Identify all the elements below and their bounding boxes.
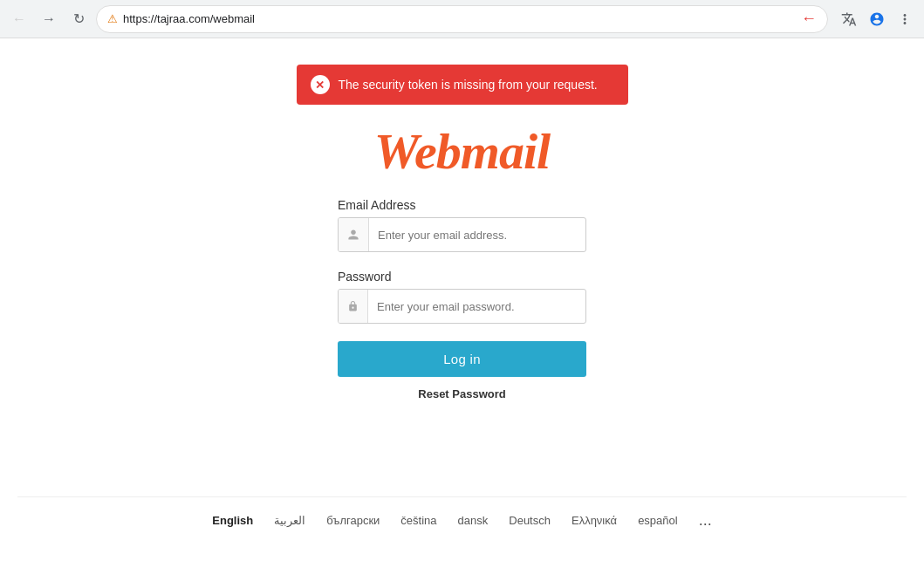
translate-button[interactable] — [837, 7, 861, 31]
address-bar[interactable]: ⚠ https://tajraa.com/webmail ← — [96, 5, 828, 33]
reload-button[interactable]: ↻ — [66, 7, 91, 31]
lang-greek[interactable]: Ελληνικά — [572, 514, 617, 527]
lang-arabic[interactable]: العربية — [274, 514, 305, 527]
security-warning-icon: ⚠ — [107, 12, 118, 25]
reset-password-link[interactable]: Reset Password — [338, 387, 586, 400]
profile-button[interactable] — [865, 7, 889, 31]
arrow-indicator: ← — [801, 10, 817, 28]
languages-more-button[interactable]: ... — [699, 511, 712, 530]
error-alert: ✕ The security token is missing from you… — [297, 65, 628, 105]
email-label: Email Address — [338, 198, 586, 212]
lock-icon — [339, 290, 368, 323]
user-icon — [339, 218, 369, 251]
password-section: Password — [338, 270, 586, 338]
lang-spanish[interactable]: español — [638, 514, 678, 527]
extensions-menu-button[interactable] — [893, 7, 917, 31]
lang-czech[interactable]: čeština — [400, 514, 436, 527]
url-text: https://tajraa.com/webmail — [123, 12, 796, 25]
lang-danish[interactable]: dansk — [458, 514, 489, 527]
lang-bulgarian[interactable]: български — [326, 514, 380, 527]
password-input-wrap — [338, 289, 586, 324]
alert-error-message: The security token is missing from your … — [339, 78, 598, 92]
password-input[interactable] — [368, 293, 585, 320]
lang-german[interactable]: Deutsch — [509, 514, 551, 527]
login-button[interactable]: Log in — [338, 341, 586, 377]
browser-action-buttons — [837, 7, 917, 31]
forward-button[interactable]: → — [37, 7, 61, 31]
alert-error-icon: ✕ — [311, 75, 330, 94]
back-button[interactable]: ← — [7, 7, 31, 31]
page-content: ✕ The security token is missing from you… — [0, 38, 924, 561]
email-input[interactable] — [369, 222, 585, 249]
email-input-wrap — [338, 217, 586, 252]
language-bar: English العربية български čeština dansk … — [17, 496, 907, 544]
browser-toolbar: ← → ↻ ⚠ https://tajraa.com/webmail ← — [0, 0, 924, 38]
password-label: Password — [338, 270, 586, 284]
login-form: Email Address Password Log in Reset Pass… — [338, 198, 586, 435]
webmail-logo: Webmail — [374, 122, 550, 181]
lang-english[interactable]: English — [212, 514, 253, 527]
